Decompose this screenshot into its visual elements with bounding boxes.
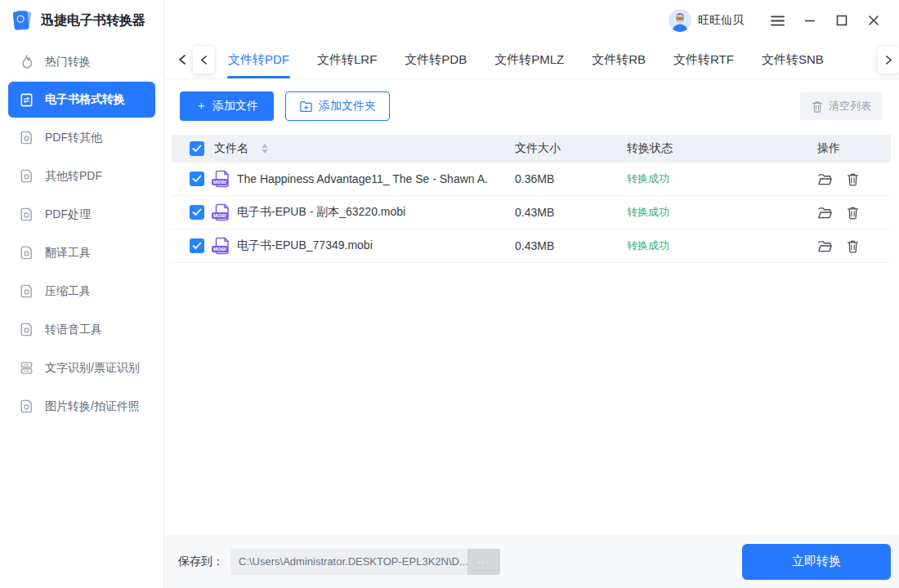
status-badge: 转换成功 [627, 239, 669, 252]
maximize-button[interactable] [825, 7, 857, 33]
open-folder-button[interactable] [817, 172, 833, 186]
avatar [669, 9, 691, 32]
sidebar-item-ocr[interactable]: 文字识别/票证识别 [0, 349, 163, 387]
app-title: 迅捷电子书转换器 [41, 12, 145, 29]
convert-now-button[interactable]: 立即转换 [742, 544, 891, 580]
ocr-icon [19, 360, 34, 376]
tab-file-to-pmlz[interactable]: 文件转PMLZ [481, 41, 578, 78]
sidebar-item-to-speech-tools[interactable]: 转语音工具 [0, 310, 163, 349]
column-file-size: 文件大小 [515, 141, 627, 156]
file-size: 0.43MB [515, 206, 627, 219]
tabs: 文件转PDF 文件转LRF 文件转PDB 文件转PMLZ 文件转RB 文件转RT… [214, 41, 878, 78]
file-table: 文件名 文件大小 转换状态 操作 MOBI The Happiness Adva… [172, 135, 891, 263]
sidebar-nav: 热门转换 电子书格式转换 PDF转其他 其他转PDF PDF处理 翻译工具 压缩… [0, 41, 163, 425]
tab-file-to-lrf[interactable]: 文件转LRF [303, 41, 391, 78]
sidebar-item-label: 热门转换 [45, 55, 91, 69]
footer-bar: 保存到： C:\Users\Administrator.DESKTOP-EPL3… [165, 535, 899, 588]
sidebar-item-label: 压缩工具 [45, 284, 91, 299]
main-area: 旺旺仙贝 文件转PDF 文件转LRF 文件转PDB 文件转PMLZ 文件转RB … [165, 0, 899, 588]
menu-icon[interactable] [762, 7, 794, 33]
sidebar-item-label: 翻译工具 [45, 246, 91, 261]
minimize-button[interactable] [794, 7, 825, 33]
close-button[interactable] [857, 7, 889, 33]
add-file-button[interactable]: ＋ 添加文件 [180, 91, 274, 121]
mobi-file-icon: MOBI [214, 237, 230, 255]
sort-icon[interactable] [262, 144, 268, 154]
column-file-name: 文件名 [214, 141, 248, 156]
plus-icon: ＋ [195, 99, 207, 114]
browse-path-button[interactable]: ··· [467, 549, 500, 575]
save-to-label: 保存到： [178, 555, 224, 569]
sidebar-item-translate-tools[interactable]: 翻译工具 [0, 234, 163, 272]
sidebar-item-label: 电子书格式转换 [45, 92, 125, 107]
sidebar-item-label: 转语音工具 [45, 323, 102, 337]
sidebar-item-pdf-to-other[interactable]: PDF转其他 [0, 118, 163, 157]
content: ＋ 添加文件 添加文件夹 清空列表 文件名 文件大小 [165, 79, 899, 535]
table-row: MOBI 电子书-EPUB_77349.mobi 0.43MB 转换成功 [172, 229, 891, 263]
delete-file-button[interactable] [847, 239, 859, 253]
app-brand: 迅捷电子书转换器 [0, 0, 163, 41]
delete-file-button[interactable] [847, 172, 859, 186]
folder-plus-icon [299, 100, 313, 113]
column-convert-status: 转换状态 [627, 141, 809, 156]
pdf-to-other-icon [19, 130, 34, 145]
table-header: 文件名 文件大小 转换状态 操作 [172, 135, 891, 163]
sidebar: 迅捷电子书转换器 热门转换 电子书格式转换 PDF转其他 其他转PDF PDF处… [0, 0, 164, 588]
save-path-group: C:\Users\Administrator.DESKTOP-EPL3K2N\D… [230, 549, 500, 575]
tabbar: 文件转PDF 文件转LRF 文件转PDB 文件转PMLZ 文件转RB 文件转RT… [165, 41, 899, 79]
sidebar-item-hot-convert[interactable]: 热门转换 [0, 42, 163, 81]
add-folder-button[interactable]: 添加文件夹 [285, 91, 390, 121]
user-account[interactable]: 旺旺仙贝 [669, 9, 744, 32]
file-name: The Happiness Advantage11_ The Se - Shaw… [237, 172, 488, 185]
window-controls [762, 7, 889, 33]
tab-file-to-rtf[interactable]: 文件转RTF [660, 41, 748, 78]
mobi-file-icon: MOBI [214, 203, 230, 221]
titlebar: 旺旺仙贝 [165, 0, 899, 41]
row-checkbox[interactable] [190, 238, 204, 253]
column-actions: 操作 [809, 141, 891, 156]
tabs-back-icon[interactable] [178, 54, 186, 65]
file-size: 0.43MB [515, 239, 627, 252]
tab-file-to-snb[interactable]: 文件转SNB [748, 41, 838, 78]
status-badge: 转换成功 [627, 206, 669, 218]
audio-icon [19, 322, 34, 337]
sidebar-item-label: PDF处理 [45, 207, 91, 222]
image-photo-icon [19, 399, 34, 414]
sidebar-item-pdf-process[interactable]: PDF处理 [0, 195, 163, 234]
sidebar-item-ebook-format-convert[interactable]: 电子书格式转换 [8, 82, 155, 118]
row-checkbox[interactable] [190, 172, 204, 186]
compress-icon [19, 283, 34, 299]
status-badge: 转换成功 [627, 172, 669, 185]
save-path-input[interactable]: C:\Users\Administrator.DESKTOP-EPL3K2N\D… [230, 549, 467, 575]
tabs-scroll-left-button[interactable] [193, 47, 214, 74]
sidebar-item-label: 其他转PDF [45, 169, 102, 184]
row-checkbox[interactable] [190, 205, 204, 220]
tabs-scroll-right-button[interactable] [878, 47, 899, 74]
file-name: 电子书-EPUB - 副本_63220.mobi [237, 205, 405, 220]
delete-file-button[interactable] [847, 206, 859, 220]
sidebar-item-image-tools[interactable]: 图片转换/拍证件照 [0, 387, 163, 425]
tab-file-to-pdf[interactable]: 文件转PDF [214, 41, 303, 78]
flame-icon [19, 54, 34, 69]
user-name: 旺旺仙贝 [698, 13, 744, 28]
sidebar-item-other-to-pdf[interactable]: 其他转PDF [0, 157, 163, 195]
tab-file-to-pdb[interactable]: 文件转PDB [391, 41, 481, 78]
select-all-checkbox[interactable] [190, 141, 204, 156]
translate-icon [19, 245, 34, 261]
table-row: MOBI The Happiness Advantage11_ The Se -… [172, 163, 891, 196]
trash-icon [812, 100, 823, 113]
tab-file-to-rb[interactable]: 文件转RB [578, 41, 660, 78]
open-folder-button[interactable] [817, 206, 833, 220]
sidebar-item-label: 文字识别/票证识别 [45, 361, 140, 376]
other-to-pdf-icon [19, 168, 34, 184]
ebook-convert-icon [19, 92, 34, 108]
sidebar-item-label: PDF转其他 [45, 131, 102, 145]
clear-list-button[interactable]: 清空列表 [800, 92, 883, 120]
file-name: 电子书-EPUB_77349.mobi [237, 238, 373, 253]
open-folder-button[interactable] [817, 239, 833, 253]
toolbar: ＋ 添加文件 添加文件夹 清空列表 [165, 79, 899, 131]
sidebar-item-compress-tools[interactable]: 压缩工具 [0, 272, 163, 310]
sidebar-item-label: 图片转换/拍证件照 [45, 399, 140, 414]
file-size: 0.36MB [515, 172, 627, 185]
pdf-edit-icon [19, 207, 34, 222]
